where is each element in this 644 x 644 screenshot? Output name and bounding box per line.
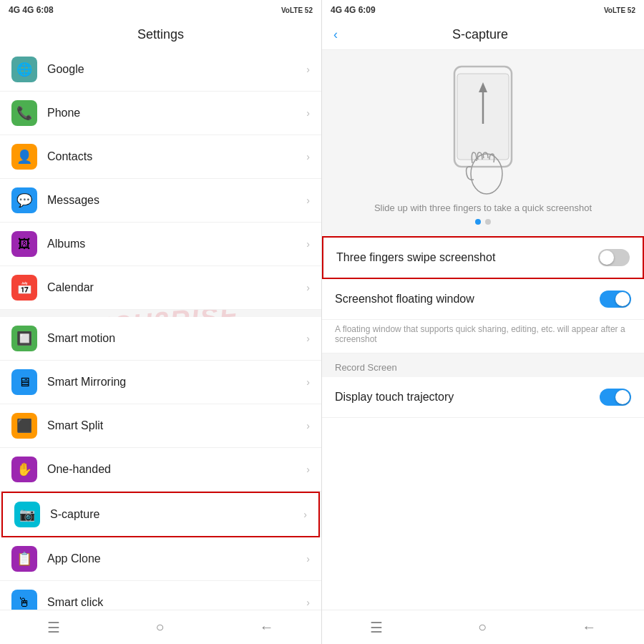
record-screen-label: Record Screen xyxy=(322,353,644,377)
chevron-icon: › xyxy=(306,553,310,565)
smart_mirroring-label: Smart Mirroring xyxy=(47,376,306,389)
chevron-icon: › xyxy=(306,376,310,388)
right-nav-home[interactable]: ○ xyxy=(478,619,487,635)
phone-hand-illustration xyxy=(411,59,555,203)
smart_mirroring-icon: 🖥 xyxy=(11,369,37,395)
contacts-icon: 👤 xyxy=(11,144,37,170)
chevron-icon: › xyxy=(306,333,310,344)
settings-item-smart_click[interactable]: 🖱Smart click› xyxy=(0,581,321,610)
screenshot-floating-knob xyxy=(615,292,630,306)
calendar-label: Calendar xyxy=(47,281,306,294)
chevron-icon: › xyxy=(306,282,310,293)
chevron-icon: › xyxy=(303,509,307,520)
dots-indicator xyxy=(475,219,491,225)
right-status-icons: VoLTE 52 xyxy=(604,6,635,14)
display-touch-row: Display touch trajectory xyxy=(322,377,644,418)
albums-label: Albums xyxy=(47,238,306,250)
screenshot-floating-toggle[interactable] xyxy=(600,291,631,308)
right-phone: 4G 4G 6:09 VoLTE 52 ‹ S-capture xyxy=(322,0,644,644)
illustration-area: Slide up with three fingers to take a qu… xyxy=(322,50,644,236)
smart_click-icon: 🖱 xyxy=(11,590,37,610)
google-icon: 🌐 xyxy=(11,57,37,82)
smart_motion-icon: 🔲 xyxy=(11,326,37,351)
settings-item-google[interactable]: 🌐Google› xyxy=(0,48,321,92)
settings-item-smart_motion[interactable]: 🔲Smart motion› xyxy=(0,317,321,361)
app_clone-label: App Clone xyxy=(47,552,306,565)
settings-title: Settings xyxy=(0,20,321,48)
right-settings-section: Three fingers swipe screenshot Screensho… xyxy=(322,236,644,610)
settings-item-smart_split[interactable]: ⬛Smart Split› xyxy=(0,404,321,448)
settings-item-smart_mirroring[interactable]: 🖥Smart Mirroring› xyxy=(0,361,321,404)
phone-icon: 📞 xyxy=(11,100,37,126)
left-status-icons: VoLTE 52 xyxy=(281,6,313,14)
left-nav-menu[interactable]: ☰ xyxy=(47,619,60,636)
smart_motion-label: Smart motion xyxy=(47,332,306,345)
settings-item-messages[interactable]: 💬Messages› xyxy=(0,179,321,223)
dot-2 xyxy=(485,219,491,225)
contacts-label: Contacts xyxy=(47,150,306,163)
settings-item-one_handed[interactable]: ✋One-handed› xyxy=(0,448,321,492)
illustration-caption: Slide up with three fingers to take a qu… xyxy=(374,203,592,213)
back-button[interactable]: ‹ xyxy=(333,27,338,42)
scapture-title: S-capture xyxy=(345,27,615,42)
smart_click-label: Smart click xyxy=(47,596,306,609)
chevron-icon: › xyxy=(306,464,310,475)
chevron-icon: › xyxy=(306,597,310,608)
settings-item-contacts[interactable]: 👤Contacts› xyxy=(0,135,321,179)
three-fingers-knob xyxy=(600,250,614,265)
display-touch-label: Display touch trajectory xyxy=(335,391,600,404)
left-time: 4G 4G 6:08 xyxy=(9,5,54,15)
messages-label: Messages xyxy=(47,194,306,207)
smart_split-label: Smart Split xyxy=(47,419,306,432)
one_handed-label: One-handed xyxy=(47,463,306,476)
settings-item-calendar[interactable]: 📅Calendar› xyxy=(0,266,321,310)
left-phone: 4G 4G 6:08 VoLTE 52 Settings TECH2RISE. … xyxy=(0,0,322,644)
chevron-icon: › xyxy=(306,238,310,250)
chevron-icon: › xyxy=(306,64,310,75)
s_capture-icon: 📷 xyxy=(14,502,40,527)
right-time: 4G 4G 6:09 xyxy=(331,5,376,15)
phone-label: Phone xyxy=(47,107,306,119)
chevron-icon: › xyxy=(306,151,310,162)
left-status-bar: 4G 4G 6:08 VoLTE 52 xyxy=(0,0,321,20)
right-bottom-nav: ☰ ○ ← xyxy=(322,610,644,644)
google-label: Google xyxy=(47,63,306,76)
app_clone-icon: 📋 xyxy=(11,546,37,572)
right-nav-menu[interactable]: ☰ xyxy=(370,619,383,636)
settings-list: TECH2RISE. 🌐Google›📞Phone›👤Contacts›💬Mes… xyxy=(0,48,321,610)
settings-item-phone[interactable]: 📞Phone› xyxy=(0,92,321,135)
albums-icon: 🖼 xyxy=(11,231,37,257)
screenshot-floating-label: Screenshot floating window xyxy=(335,293,600,306)
settings-item-albums[interactable]: 🖼Albums› xyxy=(0,223,321,266)
settings-item-app_clone[interactable]: 📋App Clone› xyxy=(0,537,321,581)
display-touch-knob xyxy=(615,390,630,404)
calendar-icon: 📅 xyxy=(11,275,37,301)
left-nav-home[interactable]: ○ xyxy=(155,619,164,635)
chevron-icon: › xyxy=(306,195,310,206)
right-status-bar: 4G 4G 6:09 VoLTE 52 xyxy=(322,0,644,20)
messages-icon: 💬 xyxy=(11,187,37,213)
three-fingers-toggle-row: Three fingers swipe screenshot xyxy=(322,236,644,279)
right-nav-back[interactable]: ← xyxy=(582,619,596,635)
one_handed-icon: ✋ xyxy=(11,457,37,482)
three-fingers-label: Three fingers swipe screenshot xyxy=(336,251,598,264)
scapture-header: ‹ S-capture xyxy=(322,20,644,50)
display-touch-toggle[interactable] xyxy=(600,389,631,406)
s_capture-label: S-capture xyxy=(50,508,303,521)
left-signal-icons: VoLTE 52 xyxy=(281,6,313,14)
screenshot-floating-row: Screenshot floating window xyxy=(322,279,644,320)
chevron-icon: › xyxy=(306,420,310,431)
dot-1 xyxy=(475,219,481,225)
screenshot-floating-desc: A floating window that supports quick sh… xyxy=(322,320,644,353)
left-nav-back[interactable]: ← xyxy=(260,619,274,635)
settings-item-s_capture[interactable]: 📷S-capture› xyxy=(1,492,320,537)
chevron-icon: › xyxy=(306,107,310,119)
right-signal-icons: VoLTE 52 xyxy=(604,6,635,14)
left-bottom-nav: ☰ ○ ← xyxy=(0,610,321,644)
three-fingers-toggle[interactable] xyxy=(598,249,630,266)
smart_split-icon: ⬛ xyxy=(11,413,37,439)
